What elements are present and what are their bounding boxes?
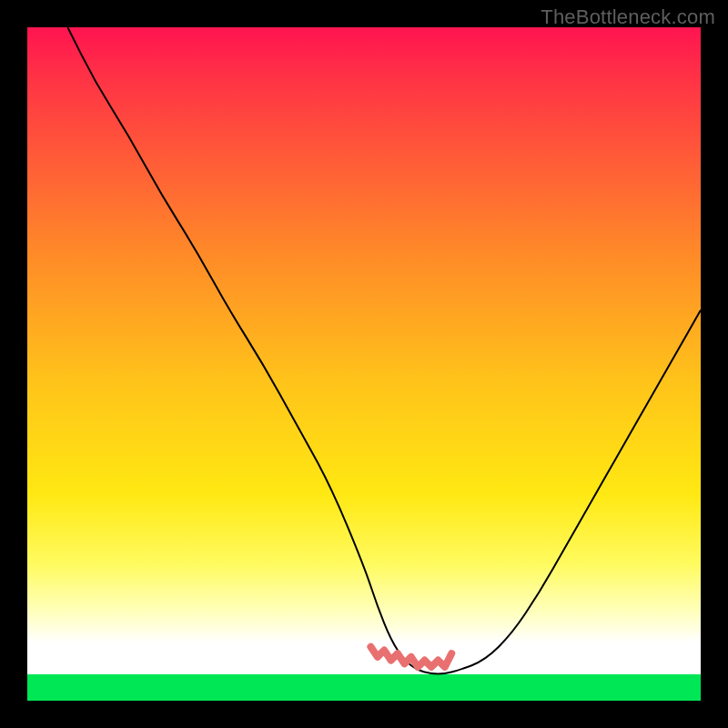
optimal-zone-squiggle: [370, 647, 451, 667]
chart-frame: TheBottleneck.com: [0, 0, 728, 728]
watermark-text: TheBottleneck.com: [541, 5, 715, 29]
curve-layer: [27, 27, 701, 701]
plot-area: [27, 27, 701, 701]
bottleneck-curve: [67, 27, 701, 673]
